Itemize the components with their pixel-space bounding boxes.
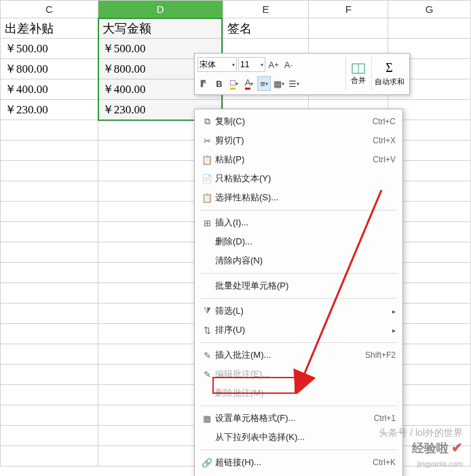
autosum-label: 自动求和 [375, 77, 404, 87]
menu-insert[interactable]: ⊞ 插入(I)... [195, 213, 402, 232]
grid-icon: ▦ [199, 411, 215, 425]
cell[interactable] [1, 344, 98, 365]
menu-insert-note[interactable]: ✎ 插入批注(M)... Shift+F2 [195, 346, 402, 365]
col-header-G[interactable]: G [388, 1, 471, 18]
menu-paste-special[interactable]: 📋 选择性粘贴(S)... [195, 188, 402, 207]
cell[interactable] [309, 18, 388, 39]
menu-separator [200, 273, 397, 274]
decrease-font-button[interactable]: A- [282, 57, 295, 72]
merge-icon [352, 63, 365, 74]
menu-cut[interactable]: ✂ 剪切(T) Ctrl+X [195, 131, 402, 150]
cell[interactable]: ￥500.00 [1, 39, 98, 59]
watermark: 头条号 / lol外的世界 经验啦 ✔ jingyanla.com [379, 426, 463, 469]
edit-comment-icon: ✎ [199, 367, 215, 381]
bold-button[interactable]: B [212, 76, 226, 91]
menu-paste[interactable]: 📋 粘贴(P) Ctrl+V [195, 150, 402, 169]
align-button[interactable]: ≡▾ [257, 76, 271, 91]
cell[interactable] [1, 324, 98, 344]
paste-special-icon: 📋 [199, 191, 215, 204]
menu-delete-note: 删除批注(M) [195, 384, 402, 403]
sigma-icon: Σ [385, 61, 392, 75]
watermark-brand: 经验啦 [412, 441, 449, 455]
cell[interactable] [388, 18, 471, 39]
cell[interactable]: ￥230.00 [1, 100, 98, 120]
merge-button[interactable]: 合并 [345, 57, 370, 91]
cell[interactable]: ￥800.00 [1, 59, 98, 79]
cell[interactable] [1, 426, 98, 446]
cell[interactable]: 签名 [223, 18, 309, 39]
cell[interactable] [1, 222, 98, 242]
cell[interactable] [1, 120, 98, 141]
col-header-F[interactable]: F [309, 1, 388, 18]
caret-down-icon: ▾ [261, 62, 263, 68]
sort-icon: ⇅ [199, 323, 215, 337]
funnel-icon: ⧩ [199, 304, 215, 318]
menu-dropdown-select[interactable]: 从下拉列表中选择(K)... [195, 428, 402, 447]
cell[interactable] [1, 141, 98, 161]
menu-copy[interactable]: ⧉ 复制(C) Ctrl+C [195, 112, 402, 131]
increase-font-button[interactable]: A+ [267, 57, 280, 72]
cell[interactable] [1, 405, 98, 426]
menu-format-cells[interactable]: ▦ 设置单元格格式(F)... Ctrl+1 [195, 409, 402, 428]
scissors-icon: ✂ [199, 134, 215, 147]
menu-separator [200, 342, 397, 343]
cell[interactable] [1, 161, 98, 181]
cell[interactable] [1, 242, 98, 263]
cell[interactable] [1, 385, 98, 405]
cell[interactable] [1, 304, 98, 324]
mini-toolbar: 宋体 ▾ 11 ▾ A+ A- B □▾ A▾ [194, 53, 410, 95]
col-header-C[interactable]: C [1, 1, 98, 18]
menu-separator [200, 405, 397, 406]
watermark-url: jingyanla.com [417, 460, 463, 468]
cell[interactable] [1, 283, 98, 304]
clipboard-icon: 📋 [199, 153, 215, 166]
row-ops-button[interactable]: ☰▾ [287, 76, 301, 91]
watermark-line1: 头条号 / lol外的世界 [379, 426, 463, 439]
menu-define-name[interactable]: 定义名称(A)... [195, 472, 402, 476]
submenu-arrow-icon: ▸ [390, 308, 396, 315]
context-menu: ⧉ 复制(C) Ctrl+C ✂ 剪切(T) Ctrl+X 📋 粘贴(P) Ct… [194, 109, 403, 476]
menu-batch[interactable]: 批量处理单元格(P) [195, 276, 402, 295]
copy-icon: ⧉ [199, 115, 215, 128]
caret-down-icon: ▾ [232, 62, 235, 68]
format-painter-button[interactable] [197, 76, 211, 91]
col-header-D[interactable]: D [98, 1, 223, 18]
cell[interactable]: 出差补贴 [1, 18, 98, 39]
menu-clear[interactable]: 清除内容(N) [195, 251, 402, 270]
cell[interactable] [1, 181, 98, 202]
cell[interactable]: ￥400.00 [1, 79, 98, 100]
cell[interactable] [1, 365, 98, 385]
font-color-button[interactable]: A▾ [242, 76, 256, 91]
border-button[interactable]: ▦▾ [272, 76, 286, 91]
fill-color-button[interactable]: □▾ [227, 76, 241, 91]
menu-filter[interactable]: ⧩ 筛选(L) ▸ [195, 301, 402, 321]
menu-separator [200, 298, 397, 299]
insert-icon: ⊞ [199, 216, 215, 230]
font-name-value: 宋体 [200, 59, 216, 71]
submenu-arrow-icon: ▸ [390, 327, 396, 334]
cell[interactable] [1, 446, 98, 466]
font-size-value: 11 [240, 60, 249, 69]
menu-separator [200, 450, 397, 450]
menu-delete[interactable]: 删除(D)... [195, 232, 402, 251]
cell[interactable]: 大写金额 [98, 18, 223, 39]
menu-separator [200, 210, 397, 210]
font-name-select[interactable]: 宋体 ▾ [197, 57, 237, 72]
menu-paste-text[interactable]: 📄 只粘贴文本(Y) [195, 169, 402, 188]
menu-sort[interactable]: ⇅ 排序(U) ▸ [195, 321, 402, 340]
menu-edit-note: ✎ 编辑批注(E)... [195, 365, 402, 384]
autosum-button[interactable]: Σ 自动求和 [371, 57, 407, 91]
cell[interactable] [1, 202, 98, 222]
merge-label: 合并 [351, 75, 366, 86]
cell[interactable] [1, 263, 98, 283]
comment-icon: ✎ [199, 348, 215, 362]
paste-text-icon: 📄 [199, 172, 215, 185]
menu-hyperlink[interactable]: 🔗 超链接(H)... Ctrl+K [195, 453, 402, 472]
link-icon: 🔗 [199, 456, 215, 469]
col-header-E[interactable]: E [223, 1, 309, 18]
font-size-select[interactable]: 11 ▾ [238, 57, 265, 72]
